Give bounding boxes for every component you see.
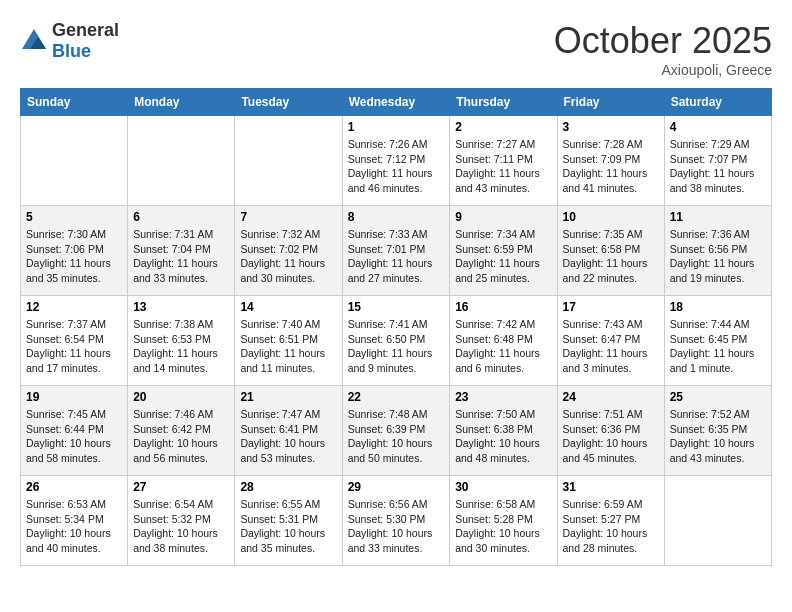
day-number: 30: [455, 480, 551, 494]
calendar-cell: 1Sunrise: 7:26 AMSunset: 7:12 PMDaylight…: [342, 116, 450, 206]
calendar-cell: 11Sunrise: 7:36 AMSunset: 6:56 PMDayligh…: [664, 206, 771, 296]
week-row-3: 12Sunrise: 7:37 AMSunset: 6:54 PMDayligh…: [21, 296, 772, 386]
day-header-thursday: Thursday: [450, 89, 557, 116]
day-header-sunday: Sunday: [21, 89, 128, 116]
calendar-cell: 8Sunrise: 7:33 AMSunset: 7:01 PMDaylight…: [342, 206, 450, 296]
calendar-cell: [664, 476, 771, 566]
day-info: Sunrise: 7:33 AMSunset: 7:01 PMDaylight:…: [348, 227, 445, 286]
day-info: Sunrise: 7:32 AMSunset: 7:02 PMDaylight:…: [240, 227, 336, 286]
calendar-cell: 29Sunrise: 6:56 AMSunset: 5:30 PMDayligh…: [342, 476, 450, 566]
calendar-table: SundayMondayTuesdayWednesdayThursdayFrid…: [20, 88, 772, 566]
calendar-cell: 9Sunrise: 7:34 AMSunset: 6:59 PMDaylight…: [450, 206, 557, 296]
calendar-cell: [235, 116, 342, 206]
day-info: Sunrise: 7:28 AMSunset: 7:09 PMDaylight:…: [563, 137, 659, 196]
calendar-cell: 27Sunrise: 6:54 AMSunset: 5:32 PMDayligh…: [128, 476, 235, 566]
day-info: Sunrise: 6:54 AMSunset: 5:32 PMDaylight:…: [133, 497, 229, 556]
week-row-5: 26Sunrise: 6:53 AMSunset: 5:34 PMDayligh…: [21, 476, 772, 566]
calendar-cell: 6Sunrise: 7:31 AMSunset: 7:04 PMDaylight…: [128, 206, 235, 296]
day-number: 26: [26, 480, 122, 494]
calendar-cell: 20Sunrise: 7:46 AMSunset: 6:42 PMDayligh…: [128, 386, 235, 476]
day-number: 8: [348, 210, 445, 224]
calendar-cell: [128, 116, 235, 206]
days-header-row: SundayMondayTuesdayWednesdayThursdayFrid…: [21, 89, 772, 116]
day-number: 10: [563, 210, 659, 224]
day-info: Sunrise: 7:43 AMSunset: 6:47 PMDaylight:…: [563, 317, 659, 376]
day-number: 22: [348, 390, 445, 404]
page-header: General Blue October 2025 Axioupoli, Gre…: [20, 20, 772, 78]
day-number: 17: [563, 300, 659, 314]
calendar-cell: 19Sunrise: 7:45 AMSunset: 6:44 PMDayligh…: [21, 386, 128, 476]
day-number: 15: [348, 300, 445, 314]
day-info: Sunrise: 7:52 AMSunset: 6:35 PMDaylight:…: [670, 407, 766, 466]
day-info: Sunrise: 7:29 AMSunset: 7:07 PMDaylight:…: [670, 137, 766, 196]
calendar-cell: 14Sunrise: 7:40 AMSunset: 6:51 PMDayligh…: [235, 296, 342, 386]
logo-blue: Blue: [52, 41, 91, 61]
day-number: 29: [348, 480, 445, 494]
day-info: Sunrise: 7:47 AMSunset: 6:41 PMDaylight:…: [240, 407, 336, 466]
day-number: 21: [240, 390, 336, 404]
day-number: 27: [133, 480, 229, 494]
day-info: Sunrise: 7:50 AMSunset: 6:38 PMDaylight:…: [455, 407, 551, 466]
day-info: Sunrise: 7:36 AMSunset: 6:56 PMDaylight:…: [670, 227, 766, 286]
day-number: 1: [348, 120, 445, 134]
day-info: Sunrise: 6:56 AMSunset: 5:30 PMDaylight:…: [348, 497, 445, 556]
day-number: 7: [240, 210, 336, 224]
logo: General Blue: [20, 20, 119, 62]
day-number: 13: [133, 300, 229, 314]
day-number: 31: [563, 480, 659, 494]
calendar-cell: 7Sunrise: 7:32 AMSunset: 7:02 PMDaylight…: [235, 206, 342, 296]
day-info: Sunrise: 6:59 AMSunset: 5:27 PMDaylight:…: [563, 497, 659, 556]
day-number: 9: [455, 210, 551, 224]
day-info: Sunrise: 7:45 AMSunset: 6:44 PMDaylight:…: [26, 407, 122, 466]
month-title: October 2025: [554, 20, 772, 62]
day-info: Sunrise: 7:38 AMSunset: 6:53 PMDaylight:…: [133, 317, 229, 376]
calendar-cell: 15Sunrise: 7:41 AMSunset: 6:50 PMDayligh…: [342, 296, 450, 386]
calendar-cell: 17Sunrise: 7:43 AMSunset: 6:47 PMDayligh…: [557, 296, 664, 386]
logo-icon: [20, 27, 48, 55]
day-number: 23: [455, 390, 551, 404]
day-number: 16: [455, 300, 551, 314]
day-number: 11: [670, 210, 766, 224]
calendar-cell: 18Sunrise: 7:44 AMSunset: 6:45 PMDayligh…: [664, 296, 771, 386]
day-header-tuesday: Tuesday: [235, 89, 342, 116]
day-number: 28: [240, 480, 336, 494]
calendar-cell: 22Sunrise: 7:48 AMSunset: 6:39 PMDayligh…: [342, 386, 450, 476]
day-header-wednesday: Wednesday: [342, 89, 450, 116]
day-info: Sunrise: 7:46 AMSunset: 6:42 PMDaylight:…: [133, 407, 229, 466]
day-number: 12: [26, 300, 122, 314]
location: Axioupoli, Greece: [554, 62, 772, 78]
calendar-cell: 12Sunrise: 7:37 AMSunset: 6:54 PMDayligh…: [21, 296, 128, 386]
day-info: Sunrise: 7:48 AMSunset: 6:39 PMDaylight:…: [348, 407, 445, 466]
day-number: 3: [563, 120, 659, 134]
calendar-cell: 10Sunrise: 7:35 AMSunset: 6:58 PMDayligh…: [557, 206, 664, 296]
calendar-cell: 30Sunrise: 6:58 AMSunset: 5:28 PMDayligh…: [450, 476, 557, 566]
day-info: Sunrise: 7:30 AMSunset: 7:06 PMDaylight:…: [26, 227, 122, 286]
day-info: Sunrise: 6:55 AMSunset: 5:31 PMDaylight:…: [240, 497, 336, 556]
day-number: 5: [26, 210, 122, 224]
day-number: 24: [563, 390, 659, 404]
day-number: 14: [240, 300, 336, 314]
calendar-cell: 28Sunrise: 6:55 AMSunset: 5:31 PMDayligh…: [235, 476, 342, 566]
day-info: Sunrise: 7:37 AMSunset: 6:54 PMDaylight:…: [26, 317, 122, 376]
calendar-cell: 3Sunrise: 7:28 AMSunset: 7:09 PMDaylight…: [557, 116, 664, 206]
day-info: Sunrise: 7:34 AMSunset: 6:59 PMDaylight:…: [455, 227, 551, 286]
day-header-friday: Friday: [557, 89, 664, 116]
calendar-cell: 31Sunrise: 6:59 AMSunset: 5:27 PMDayligh…: [557, 476, 664, 566]
calendar-cell: 4Sunrise: 7:29 AMSunset: 7:07 PMDaylight…: [664, 116, 771, 206]
day-info: Sunrise: 7:26 AMSunset: 7:12 PMDaylight:…: [348, 137, 445, 196]
calendar-cell: 5Sunrise: 7:30 AMSunset: 7:06 PMDaylight…: [21, 206, 128, 296]
day-info: Sunrise: 7:42 AMSunset: 6:48 PMDaylight:…: [455, 317, 551, 376]
day-info: Sunrise: 7:27 AMSunset: 7:11 PMDaylight:…: [455, 137, 551, 196]
day-number: 25: [670, 390, 766, 404]
day-info: Sunrise: 7:40 AMSunset: 6:51 PMDaylight:…: [240, 317, 336, 376]
week-row-1: 1Sunrise: 7:26 AMSunset: 7:12 PMDaylight…: [21, 116, 772, 206]
day-number: 6: [133, 210, 229, 224]
calendar-cell: 13Sunrise: 7:38 AMSunset: 6:53 PMDayligh…: [128, 296, 235, 386]
calendar-cell: 24Sunrise: 7:51 AMSunset: 6:36 PMDayligh…: [557, 386, 664, 476]
calendar-cell: 21Sunrise: 7:47 AMSunset: 6:41 PMDayligh…: [235, 386, 342, 476]
day-info: Sunrise: 7:44 AMSunset: 6:45 PMDaylight:…: [670, 317, 766, 376]
day-info: Sunrise: 7:51 AMSunset: 6:36 PMDaylight:…: [563, 407, 659, 466]
day-number: 18: [670, 300, 766, 314]
calendar-cell: 23Sunrise: 7:50 AMSunset: 6:38 PMDayligh…: [450, 386, 557, 476]
logo-text: General Blue: [52, 20, 119, 62]
